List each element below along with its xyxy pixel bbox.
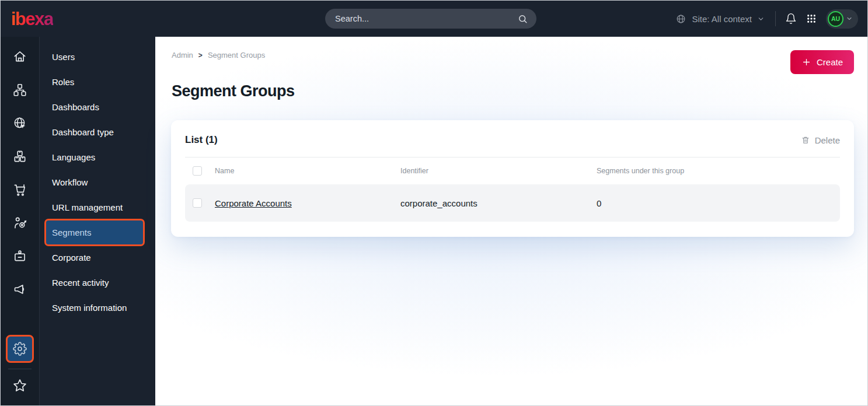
segment-groups-list-card: List (1) Delete Name Identifier Segments… <box>171 120 854 237</box>
menu-item-languages[interactable]: Languages <box>40 145 155 170</box>
delete-button[interactable]: Delete <box>801 135 840 145</box>
breadcrumb-current: Segment Groups <box>208 51 265 60</box>
segment-group-identifier: corporate_accounts <box>400 198 597 208</box>
create-button-label: Create <box>817 57 843 67</box>
avatar: AU <box>828 11 843 27</box>
topbar-divider <box>775 11 776 26</box>
page-title: Segment Groups <box>172 82 295 100</box>
delete-button-label: Delete <box>815 135 840 145</box>
admin-gear-icon[interactable] <box>6 335 34 363</box>
main-area: Users Roles Dashboards Dashboard type La… <box>1 37 867 405</box>
icon-rail <box>1 37 40 405</box>
list-title: List (1) <box>185 134 218 146</box>
menu-item-workflow[interactable]: Workflow <box>40 170 155 195</box>
user-menu[interactable]: AU <box>826 9 858 29</box>
content-area: Admin > Segment Groups Create Segment Gr… <box>155 37 867 405</box>
table-header-row: Name Identifier Segments under this grou… <box>185 158 840 184</box>
menu-item-recent-activity[interactable]: Recent activity <box>40 270 155 295</box>
chevron-down-icon <box>846 15 853 22</box>
globe-icon <box>675 13 686 24</box>
column-header-name: Name <box>215 167 400 175</box>
app-grid-icon[interactable] <box>806 13 817 24</box>
menu-item-url-management[interactable]: URL management <box>40 195 155 220</box>
site-context-label: Site: All context <box>692 14 752 24</box>
create-button[interactable]: Create <box>790 50 854 74</box>
notifications-bell-icon[interactable] <box>785 13 797 24</box>
home-icon[interactable] <box>9 46 30 67</box>
site-globe-icon[interactable] <box>9 113 30 134</box>
row-checkbox[interactable] <box>193 198 202 208</box>
plus-icon <box>801 57 811 67</box>
topbar-right-controls: Site: All context AU <box>675 9 858 29</box>
search-input[interactable] <box>335 14 517 23</box>
menu-item-corporate[interactable]: Corporate <box>40 245 155 270</box>
chevron-down-icon <box>757 15 765 23</box>
table-row: Corporate Accounts corporate_accounts 0 <box>185 184 840 222</box>
bookmarks-star-icon[interactable] <box>9 375 30 396</box>
commerce-cart-icon[interactable] <box>9 179 30 200</box>
menu-item-users[interactable]: Users <box>40 44 155 69</box>
menu-item-dashboards[interactable]: Dashboards <box>40 94 155 120</box>
segment-group-name-link[interactable]: Corporate Accounts <box>215 198 292 208</box>
app-window: ibexa Site: All context <box>0 0 868 406</box>
segment-group-count: 0 <box>597 198 840 208</box>
breadcrumb: Admin > Segment Groups <box>172 51 265 60</box>
rail-divider <box>8 369 32 369</box>
breadcrumb-separator: > <box>198 51 203 60</box>
corporate-badge-icon[interactable] <box>9 246 30 267</box>
column-header-segments: Segments under this group <box>597 167 840 175</box>
breadcrumb-admin[interactable]: Admin <box>172 51 193 60</box>
marketing-megaphone-icon[interactable] <box>9 279 30 300</box>
personalization-target-icon[interactable] <box>9 212 30 233</box>
menu-item-segments[interactable]: Segments <box>44 219 145 246</box>
menu-item-system-information[interactable]: System information <box>40 295 155 320</box>
site-context-selector[interactable]: Site: All context <box>675 13 765 24</box>
menu-item-roles[interactable]: Roles <box>40 69 155 94</box>
sitemap-icon[interactable] <box>9 79 30 100</box>
menu-item-dashboard-type[interactable]: Dashboard type <box>40 120 155 145</box>
global-search <box>325 9 536 29</box>
admin-menu: Users Roles Dashboards Dashboard type La… <box>40 37 155 405</box>
select-all-checkbox[interactable] <box>193 166 202 176</box>
column-header-identifier: Identifier <box>400 167 597 175</box>
ibexa-logo[interactable]: ibexa <box>11 10 53 28</box>
search-icon[interactable] <box>517 13 528 24</box>
top-bar: ibexa Site: All context <box>1 1 867 37</box>
trash-icon <box>801 135 810 145</box>
products-boxes-icon[interactable] <box>9 146 30 167</box>
